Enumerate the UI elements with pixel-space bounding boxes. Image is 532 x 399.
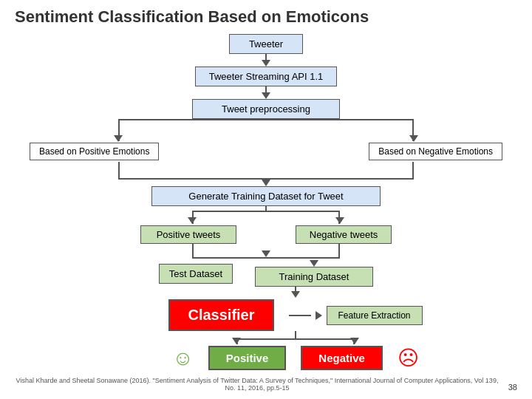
results-row: ☺ Positive Negative ☹ [59,346,532,370]
generate-section: Generate Training Dataset for Tweet [15,186,517,206]
streaming-section: Tweeter Streaming API 1.1 [15,66,517,99]
negative-result-box: Negative [301,346,383,370]
preprocessing-section: Tweet preprocessing [15,99,517,119]
smiley-happy: ☺ [172,347,194,370]
to-results [214,331,377,344]
citation-text: Vishal Kharde and Sheetal Sonawane (2016… [15,377,499,392]
positive-emotion-box: Based on Positive Emotions [30,143,159,160]
page-number: 38 [499,383,517,392]
tweets-row: Positive tweets Negative tweets [30,225,502,244]
positive-result-box: Positive [208,346,287,370]
feature-arrow-tip [316,311,322,320]
arrow2 [262,92,270,99]
negative-tweets-box: Negative tweets [296,225,392,244]
smiley-sad: ☹ [398,346,419,370]
negative-emotion-box: Based on Negative Emotions [369,143,502,160]
generate-box: Generate Training Dataset for Tweet [151,186,381,206]
branch-to-generate [30,162,502,180]
emotions-row: Based on Positive Emotions Based on Nega… [30,143,502,160]
vline2 [265,86,267,92]
page: Sentiment Classification Based on Emotic… [0,0,532,399]
classifier-box: Classifier [168,299,273,331]
dataset-row: Test Dataset Training Dataset [30,260,502,287]
arrow3 [262,180,270,186]
feature-extraction-box: Feature Extraction [327,306,423,325]
page-title: Sentiment Classification Based on Emotic… [15,7,517,27]
training-dataset-wrapper: Training Dataset [255,260,373,287]
tweeter-section: Tweeter [15,34,517,66]
training-dataset-box: Training Dataset [255,267,373,287]
branch-tweets [30,206,502,224]
streaming-box: Tweeter Streaming API 1.1 [195,66,338,86]
positive-tweets-box: Positive tweets [140,225,236,244]
to-generate-arrow [262,180,270,186]
branch-emotions [30,119,502,141]
classifier-row: Classifier Feature Extraction [59,299,532,331]
feature-line [289,315,311,316]
tweeter-box: Tweeter [229,34,303,54]
arrow1 [262,60,270,66]
preprocessing-box: Tweet preprocessing [192,99,340,119]
vline1 [265,54,267,60]
branch-to-training [30,244,502,259]
flow-diagram: Tweeter Tweeter Streaming API 1.1 Tweet … [15,34,517,371]
feature-arrow-wrapper: Feature Extraction [289,306,423,325]
to-classifier [291,287,300,298]
arrow-training [310,260,318,267]
test-dataset-box: Test Dataset [159,264,233,284]
